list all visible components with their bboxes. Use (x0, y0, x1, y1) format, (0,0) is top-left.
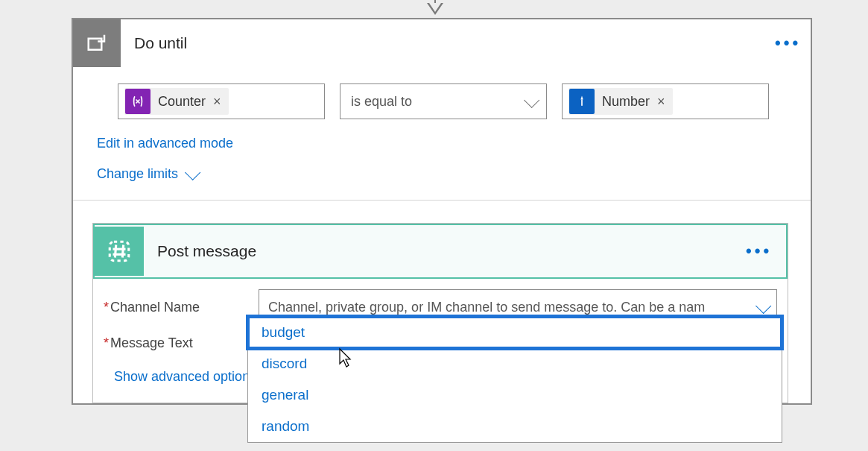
condition-left-operand[interactable]: Counter × (118, 83, 325, 119)
required-star: * (104, 335, 109, 350)
chevron-down-icon (755, 297, 771, 313)
counter-token-label: Counter (158, 94, 206, 110)
svg-line-3 (115, 245, 115, 258)
do-until-header[interactable]: Do until ••• (73, 19, 811, 67)
do-until-title: Do until (121, 34, 775, 52)
svg-line-4 (122, 245, 123, 258)
svg-rect-1 (581, 100, 583, 106)
variable-icon (125, 89, 151, 114)
counter-token[interactable]: Counter × (124, 88, 229, 115)
dropdown-item-random[interactable]: random (248, 411, 782, 442)
chevron-down-icon (524, 92, 539, 107)
edit-advanced-mode-link[interactable]: Edit in advanced mode (97, 136, 233, 151)
loop-icon (73, 19, 121, 67)
action-more-button[interactable]: ••• (746, 242, 782, 261)
required-star: * (104, 300, 109, 315)
svg-rect-0 (89, 39, 102, 50)
condition-row: Counter × is equal to (118, 83, 797, 119)
condition-right-operand[interactable]: Number × (562, 83, 769, 119)
number-token-label: Number (602, 94, 650, 110)
change-limits-link[interactable]: Change limits (97, 166, 197, 182)
svg-rect-2 (110, 242, 129, 261)
divider (73, 200, 811, 201)
channel-name-placeholder: Channel, private group, or IM channel to… (268, 300, 705, 315)
chevron-down-icon (185, 165, 200, 180)
post-message-header[interactable]: Post message ••• (93, 224, 788, 279)
remove-token-icon[interactable]: × (657, 94, 665, 110)
post-message-title: Post message (144, 242, 746, 260)
channel-dropdown[interactable]: budget discord general random (247, 316, 782, 443)
input-icon (569, 89, 595, 114)
do-until-more-button[interactable]: ••• (775, 34, 811, 53)
operator-label: is equal to (351, 94, 412, 110)
dropdown-item-discord[interactable]: discord (248, 348, 782, 379)
remove-token-icon[interactable]: × (213, 94, 221, 110)
number-token[interactable]: Number × (568, 88, 673, 115)
dropdown-item-budget[interactable]: budget (248, 317, 782, 348)
hash-icon (95, 227, 144, 276)
dropdown-item-general[interactable]: general (248, 379, 782, 411)
condition-operator-select[interactable]: is equal to (340, 83, 547, 119)
channel-name-label: *Channel Name (104, 300, 259, 315)
message-text-label: *Message Text (104, 335, 259, 351)
